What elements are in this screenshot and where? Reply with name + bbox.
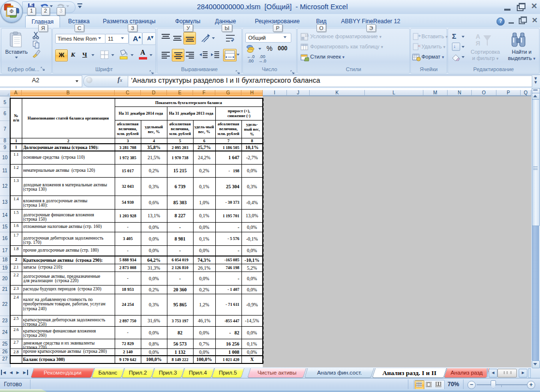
svg-text:15: 15 (305, 34, 309, 37)
svg-text:Я: Я (476, 40, 480, 47)
svg-text:А: А (476, 33, 480, 40)
